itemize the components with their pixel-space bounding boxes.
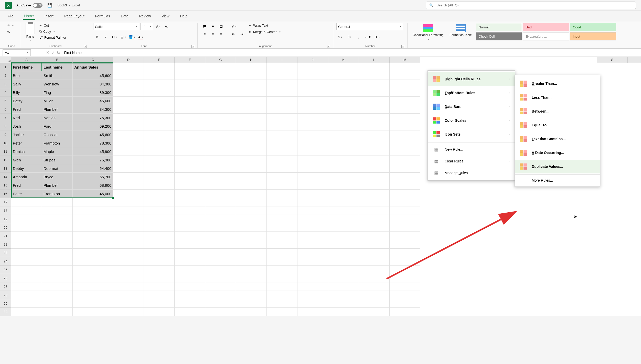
cell-J13[interactable] bbox=[297, 164, 328, 173]
cell-M13[interactable] bbox=[390, 164, 420, 173]
cell-H16[interactable] bbox=[236, 190, 267, 198]
cell-G5[interactable] bbox=[205, 97, 236, 105]
row-header-27[interactable]: 27 bbox=[0, 282, 11, 291]
cell-G19[interactable] bbox=[205, 215, 236, 223]
col-header-M[interactable]: M bbox=[390, 57, 420, 63]
font-dialog-launcher[interactable]: ↘ bbox=[191, 45, 194, 48]
cell-K2[interactable] bbox=[328, 71, 359, 80]
decrease-decimal-button[interactable]: .0→ bbox=[373, 34, 381, 40]
cell-B2[interactable]: Smith bbox=[42, 71, 73, 80]
align-center-button[interactable]: ≡ bbox=[209, 31, 217, 37]
cell-K8[interactable] bbox=[328, 122, 359, 130]
cell-D11[interactable] bbox=[113, 147, 144, 156]
cell-E11[interactable] bbox=[144, 147, 175, 156]
cell-F10[interactable] bbox=[175, 139, 205, 147]
cell-J18[interactable] bbox=[297, 206, 328, 215]
cell-A19[interactable] bbox=[11, 215, 42, 223]
cell-I21[interactable] bbox=[267, 232, 297, 240]
cell-H18[interactable] bbox=[236, 206, 267, 215]
cell-K9[interactable] bbox=[328, 130, 359, 139]
cell-D9[interactable] bbox=[113, 130, 144, 139]
cell-G25[interactable] bbox=[205, 266, 236, 274]
cell-J7[interactable] bbox=[297, 114, 328, 122]
cell-E5[interactable] bbox=[144, 97, 175, 105]
fill-color-button[interactable]: 🪣▾ bbox=[128, 34, 136, 40]
cell-D4[interactable] bbox=[113, 88, 144, 97]
cell-K4[interactable] bbox=[328, 88, 359, 97]
cell-L16[interactable] bbox=[359, 190, 390, 198]
cell-M25[interactable] bbox=[390, 266, 420, 274]
row-header-4[interactable]: 4 bbox=[0, 88, 11, 97]
cell-H24[interactable] bbox=[236, 257, 267, 266]
cell-B22[interactable] bbox=[42, 240, 73, 249]
cell-C1[interactable]: Annual Sales bbox=[73, 63, 113, 71]
align-left-button[interactable]: ≡ bbox=[201, 31, 208, 37]
cell-L30[interactable] bbox=[359, 308, 390, 316]
cell-L7[interactable] bbox=[359, 114, 390, 122]
cell-G17[interactable] bbox=[205, 198, 236, 206]
row-header-24[interactable]: 24 bbox=[0, 257, 11, 266]
cell-D1[interactable] bbox=[113, 63, 144, 71]
tab-help[interactable]: Help bbox=[179, 13, 189, 19]
cell-D23[interactable] bbox=[113, 249, 144, 257]
cell-B30[interactable] bbox=[42, 308, 73, 316]
cell-M26[interactable] bbox=[390, 274, 420, 282]
cell-D2[interactable] bbox=[113, 71, 144, 80]
cell-K1[interactable] bbox=[328, 63, 359, 71]
cell-H23[interactable] bbox=[236, 249, 267, 257]
cell-A24[interactable] bbox=[11, 257, 42, 266]
row-header-23[interactable]: 23 bbox=[0, 249, 11, 257]
copy-button[interactable]: ⧉Copy▾ bbox=[38, 29, 67, 34]
cell-G15[interactable] bbox=[205, 181, 236, 190]
cell-J21[interactable] bbox=[297, 232, 328, 240]
cell-C2[interactable]: 45,600 bbox=[73, 71, 113, 80]
cell-E14[interactable] bbox=[144, 173, 175, 181]
cell-I14[interactable] bbox=[267, 173, 297, 181]
row-header-20[interactable]: 20 bbox=[0, 223, 11, 232]
cell-K15[interactable] bbox=[328, 181, 359, 190]
cell-I1[interactable] bbox=[267, 63, 297, 71]
cell-M30[interactable] bbox=[390, 308, 420, 316]
cell-B13[interactable]: Doormat bbox=[42, 164, 73, 173]
menu-item-duplicate-values-[interactable]: Duplicate Values... bbox=[515, 160, 600, 173]
cell-D12[interactable] bbox=[113, 156, 144, 164]
cell-I29[interactable] bbox=[267, 299, 297, 308]
cell-J29[interactable] bbox=[297, 299, 328, 308]
cell-L19[interactable] bbox=[359, 215, 390, 223]
cell-D13[interactable] bbox=[113, 164, 144, 173]
cell-J26[interactable] bbox=[297, 274, 328, 282]
cell-E23[interactable] bbox=[144, 249, 175, 257]
menu-item-top-bottom-rules[interactable]: Top/Bottom Rules〉 bbox=[428, 86, 515, 100]
search-input[interactable] bbox=[436, 3, 633, 7]
cell-M24[interactable] bbox=[390, 257, 420, 266]
cell-M17[interactable] bbox=[390, 198, 420, 206]
cell-I17[interactable] bbox=[267, 198, 297, 206]
cell-A11[interactable]: Danica bbox=[11, 147, 42, 156]
col-header-J[interactable]: J bbox=[297, 57, 328, 63]
cell-K30[interactable] bbox=[328, 308, 359, 316]
cell-M1[interactable] bbox=[390, 63, 420, 71]
cell-H20[interactable] bbox=[236, 223, 267, 232]
cell-A17[interactable] bbox=[11, 198, 42, 206]
cell-I2[interactable] bbox=[267, 71, 297, 80]
underline-button[interactable]: U▾ bbox=[111, 34, 118, 40]
number-format-dropdown[interactable]: General▾ bbox=[336, 23, 403, 30]
cell-E21[interactable] bbox=[144, 232, 175, 240]
cell-H8[interactable] bbox=[236, 122, 267, 130]
cell-J1[interactable] bbox=[297, 63, 328, 71]
cell-K12[interactable] bbox=[328, 156, 359, 164]
cell-K10[interactable] bbox=[328, 139, 359, 147]
cell-J9[interactable] bbox=[297, 130, 328, 139]
row-header-11[interactable]: 11 bbox=[0, 147, 11, 156]
cell-C21[interactable] bbox=[73, 232, 113, 240]
cell-C14[interactable]: 65,700 bbox=[73, 173, 113, 181]
cell-L2[interactable] bbox=[359, 71, 390, 80]
cell-H27[interactable] bbox=[236, 282, 267, 291]
cell-D30[interactable] bbox=[113, 308, 144, 316]
cell-J2[interactable] bbox=[297, 71, 328, 80]
align-bottom-button[interactable]: ⬓ bbox=[217, 23, 225, 30]
col-header-F[interactable]: F bbox=[175, 57, 205, 63]
cell-M9[interactable] bbox=[390, 130, 420, 139]
redo-button[interactable]: ↷ bbox=[6, 30, 11, 35]
decrease-indent-button[interactable]: ⇤ bbox=[230, 31, 238, 37]
